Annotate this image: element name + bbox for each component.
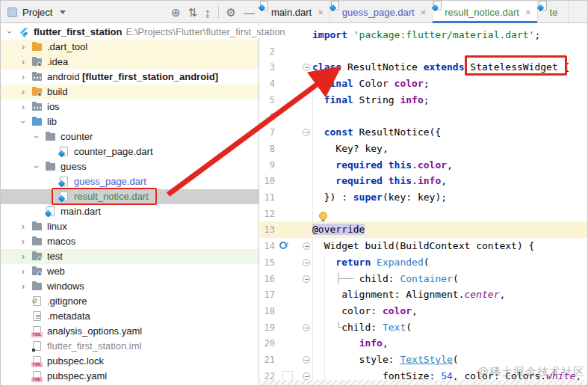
tab-label: guess_page.dart	[342, 7, 415, 18]
code-line-17[interactable]: 17 alignment: Alignment.center,	[260, 287, 587, 303]
chevron-collapsed-icon[interactable]: ›	[19, 279, 28, 294]
chevron-collapsed-icon[interactable]: ›	[19, 55, 28, 70]
code-line-15[interactable]: 15 return Expanded(	[260, 254, 587, 271]
tree-row-lib[interactable]: ›lib	[1, 114, 259, 129]
tree-row-ios[interactable]: ›ios	[1, 99, 259, 114]
tree-row-.dart_tool[interactable]: ›.dart_tool	[1, 40, 259, 55]
tree-row-.idea[interactable]: ›.idea	[1, 55, 259, 70]
tree-row-counter_page.dart[interactable]: counter_page.dart	[1, 144, 259, 159]
code-line-18[interactable]: 18 color: color,	[260, 303, 587, 319]
tree-row-flutter_first_station[interactable]: ›flutter_first_stationE:\Projects\Flutte…	[1, 25, 259, 40]
tab-te[interactable]: te	[538, 1, 569, 23]
collapse-all-icon[interactable]: ↨	[205, 7, 211, 18]
bottom-hatch-strip	[260, 380, 587, 385]
fold-icon[interactable]	[303, 242, 310, 250]
code-line-8[interactable]: 8 Key? key,	[260, 141, 587, 157]
line-number: 6	[260, 108, 275, 125]
code-line-9[interactable]: 9 required this.color,	[260, 157, 587, 174]
tree-item-label: .gitignore	[47, 294, 87, 309]
tree-row-.gitignore[interactable]: ⊘.gitignore	[1, 294, 259, 309]
fold-icon[interactable]	[303, 373, 310, 380]
expand-all-icon[interactable]: ⇅	[188, 7, 197, 18]
tree-item-label: .metadata	[47, 309, 90, 324]
chevron-collapsed-icon[interactable]: ›	[19, 249, 28, 264]
locate-icon[interactable]: ⊕	[171, 7, 181, 18]
code-line-14[interactable]: 14 Widget build(BuildContext context) {	[260, 238, 587, 254]
tree-row-pubspec.lock[interactable]: YMLpubspec.lock	[1, 354, 259, 369]
chevron-collapsed-icon[interactable]: ›	[19, 99, 28, 114]
tab-result_notice-dart[interactable]: result_notice.dart×	[433, 1, 537, 23]
code-line-7[interactable]: 7 const ResultNotice({	[260, 124, 587, 141]
chevron-down-icon[interactable]	[60, 10, 66, 14]
code-line-11[interactable]: 11 }) : super(key: key);	[260, 189, 587, 206]
tree-item-label: build	[47, 85, 67, 99]
code-line-10[interactable]: 10 required this.info,	[260, 173, 587, 189]
tree-row-android[interactable]: ›android [flutter_first_station_android]	[1, 70, 259, 85]
code-line-3[interactable]: 3class ResultNotice extends StatelessWid…	[260, 59, 587, 76]
code-text: ├── child: Container(	[312, 271, 459, 287]
fold-icon[interactable]	[303, 356, 310, 364]
tree-row-web[interactable]: ›web	[1, 264, 259, 279]
tree-item-icon	[59, 147, 70, 157]
chevron-expanded-icon[interactable]: ›	[29, 132, 44, 141]
code-line-13[interactable]: 13@override	[260, 221, 587, 238]
tree-row-guess_page.dart[interactable]: guess_page.dart	[1, 174, 259, 189]
excluded-folder-icon	[32, 88, 42, 96]
code-line-20[interactable]: 20 info,	[260, 335, 587, 352]
tree-row-macos[interactable]: ›macos	[1, 234, 259, 249]
override-gutter-icon[interactable]	[279, 242, 287, 249]
settings-gear-icon[interactable]: ⚙	[226, 7, 236, 18]
chevron-collapsed-icon[interactable]: ›	[19, 219, 28, 234]
close-icon[interactable]: ×	[525, 7, 531, 18]
code-line-16[interactable]: 16 ├── child: Container(	[260, 271, 587, 287]
tree-row-result_notice.dart[interactable]: result_notice.dart	[1, 189, 259, 204]
tree-item-icon: ⊘	[32, 296, 43, 307]
close-icon[interactable]: ×	[318, 7, 324, 18]
fold-icon[interactable]	[303, 259, 310, 266]
tree-item-icon	[32, 341, 43, 352]
chevron-collapsed-icon[interactable]: ›	[19, 70, 28, 85]
tree-row-windows[interactable]: ›windows	[1, 279, 259, 294]
intention-bulb-icon[interactable]	[319, 212, 327, 220]
fold-icon[interactable]	[303, 275, 310, 283]
chevron-collapsed-icon[interactable]: ›	[19, 264, 28, 279]
tree-item-icon	[32, 311, 43, 322]
hide-panel-icon[interactable]: —	[244, 7, 255, 18]
chevron-collapsed-icon[interactable]: ›	[19, 85, 28, 99]
tree-row-test[interactable]: ›test	[1, 249, 259, 264]
chevron-expanded-icon[interactable]: ›	[2, 28, 17, 37]
tree-row-flutter_first_station.iml[interactable]: flutter_first_station.iml	[1, 339, 259, 354]
chevron-collapsed-icon[interactable]: ›	[19, 40, 28, 55]
chevron-expanded-icon[interactable]: ›	[16, 117, 31, 126]
code-line-1[interactable]: import 'package:flutter/material.dart';	[260, 27, 587, 43]
code-editor[interactable]: import 'package:flutter/material.dart';2…	[260, 23, 587, 385]
code-line-5[interactable]: 5 final String info;	[260, 92, 587, 108]
tree-item-label: result_notice.dart	[74, 189, 149, 204]
tree-row-counter[interactable]: ›counter	[1, 129, 259, 144]
code-line-6[interactable]: 6	[260, 108, 587, 125]
folder-icon	[46, 163, 55, 171]
tab-guess_page-dart[interactable]: guess_page.dart×	[330, 1, 433, 23]
code-line-12[interactable]: 12	[260, 206, 587, 222]
tree-row-guess[interactable]: ›guess	[1, 159, 259, 174]
fold-icon[interactable]	[303, 324, 310, 331]
tree-row-analysis_options.yaml[interactable]: YMLanalysis_options.yaml	[1, 324, 259, 339]
tree-row-linux[interactable]: ›linux	[1, 219, 259, 234]
tree-row-build[interactable]: ›build	[1, 85, 259, 99]
chevron-expanded-icon[interactable]: ›	[29, 162, 44, 171]
tree-item-label: flutter_first_stationE:\Projects\Flutter…	[34, 25, 290, 40]
fold-icon[interactable]	[303, 64, 310, 71]
project-view-title[interactable]: Project	[22, 7, 52, 18]
module-folder-icon	[32, 73, 42, 81]
code-text: required this.info,	[312, 173, 447, 189]
code-line-19[interactable]: 19 └child: Text(	[260, 319, 587, 336]
code-line-2[interactable]: 2	[260, 43, 587, 60]
chevron-collapsed-icon[interactable]: ›	[19, 234, 28, 249]
tree-row-main.dart[interactable]: main.dart	[1, 204, 259, 219]
tree-row-pubspec.yaml[interactable]: YMLpubspec.yaml	[1, 369, 259, 384]
tree-row-.metadata[interactable]: .metadata	[1, 309, 259, 324]
code-line-4[interactable]: 4 final Color color;	[260, 76, 587, 92]
close-icon[interactable]: ×	[421, 7, 427, 18]
fold-icon[interactable]	[303, 129, 310, 136]
tab-main-dart[interactable]: main.dart×	[259, 1, 330, 23]
